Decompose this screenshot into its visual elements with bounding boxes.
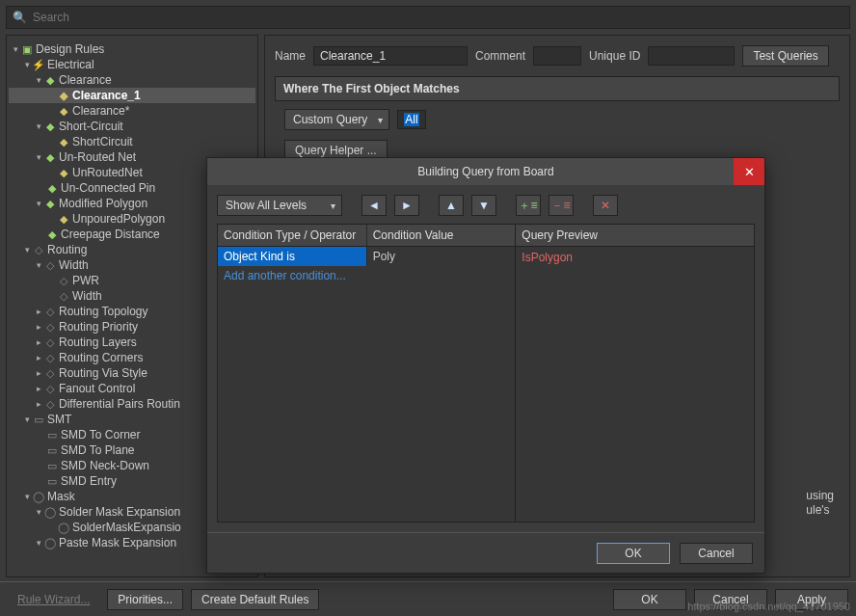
rule-icon: ◆	[43, 151, 57, 164]
watermark: https://blog.csdn.net/qq_41701950	[687, 601, 850, 612]
rule-icon: ◆	[57, 105, 70, 118]
add-condition-button[interactable]: ＋≡	[516, 195, 541, 216]
rule-icon: ◆	[57, 213, 70, 226]
delete-button[interactable]: ✕	[593, 195, 618, 216]
tree-label: Clearance_1	[72, 89, 141, 102]
tree-item[interactable]: ▾⚡Electrical	[9, 57, 255, 72]
tree-label: Modified Polygon	[59, 197, 147, 210]
dialog-cancel-button[interactable]: Cancel	[680, 543, 753, 564]
tree-label: Width	[72, 289, 102, 303]
tree-root[interactable]: ▾▣Design Rules	[9, 41, 255, 57]
tree-label: Width	[59, 258, 89, 272]
nav-back-button[interactable]: ◄	[361, 195, 387, 216]
create-defaults-button[interactable]: Create Default Rules	[191, 589, 319, 610]
col-condition-type[interactable]: Condition Type / Operator	[218, 225, 367, 247]
test-queries-button[interactable]: Test Queries	[742, 45, 828, 67]
query-builder-dialog: Building Query from Board ✕ Show All Lev…	[206, 157, 765, 574]
rule-icon: ▭	[45, 460, 59, 472]
rule-icon: ▭	[45, 429, 59, 442]
tree-label: Clearance	[59, 73, 112, 87]
levels-dropdown[interactable]: Show All Levels	[217, 195, 342, 216]
tree-label: PWR	[72, 274, 99, 287]
tree-label: Routing Corners	[59, 351, 143, 364]
tree-label: SMD To Plane	[61, 443, 134, 457]
tree-label: Solder Mask Expansion	[59, 505, 180, 519]
rule-icon: ◆	[43, 74, 57, 87]
rule-icon: ◇	[43, 398, 57, 411]
tree-label: UnpouredPolygon	[72, 212, 165, 226]
tree-item[interactable]: ▾◆Short-Circuit	[9, 119, 255, 134]
tree-label: Paste Mask Expansion	[59, 536, 176, 549]
conditions-grid[interactable]: Condition Type / Operator Condition Valu…	[217, 224, 755, 522]
dialog-ok-button[interactable]: OK	[597, 543, 670, 564]
rule-icon: ▭	[45, 444, 59, 457]
scope-dropdown[interactable]: Custom Query	[284, 109, 389, 130]
smt-icon: ▭	[32, 414, 45, 426]
move-up-button[interactable]: ▲	[439, 195, 464, 216]
condition-value-cell[interactable]: Poly	[367, 247, 516, 266]
rule-icon: ◆	[45, 182, 59, 195]
tree-label: ShortCircuit	[72, 135, 133, 148]
close-button[interactable]: ✕	[734, 158, 764, 185]
rule-icon: ◇	[43, 306, 57, 318]
search-input[interactable]	[33, 11, 843, 24]
comment-label: Comment	[475, 49, 525, 63]
dialog-titlebar[interactable]: Building Query from Board ✕	[207, 158, 764, 185]
query-preview-text: IsPolygon	[516, 247, 754, 268]
mask-icon: ◯	[32, 491, 45, 503]
name-label: Name	[275, 49, 306, 63]
tree-label: Routing Via Style	[59, 366, 147, 380]
tree-label: Fanout Control	[59, 382, 135, 395]
tree-label: Routing Topology	[59, 305, 148, 318]
tree-label: Short-Circuit	[59, 120, 123, 133]
remove-condition-button[interactable]: －≡	[548, 195, 574, 216]
tree-label: Routing Layers	[59, 335, 137, 349]
tree-item-selected[interactable]: ◆Clearance_1	[9, 88, 255, 103]
tree-label: SMT	[47, 413, 71, 426]
rule-icon: ◆	[43, 198, 57, 210]
rule-icon: ◇	[43, 336, 57, 349]
tree-item[interactable]: ◆Clearance*	[9, 103, 255, 119]
partially-hidden-text: usingule's	[806, 489, 834, 519]
comment-field[interactable]	[533, 46, 581, 66]
tree-label: SolderMaskExpansio	[72, 521, 181, 534]
dialog-title: Building Query from Board	[417, 165, 553, 178]
dropdown-label: Custom Query	[293, 113, 367, 126]
nav-forward-button[interactable]: ►	[394, 195, 419, 216]
tree-label: Mask	[47, 490, 75, 503]
folder-icon: ▣	[20, 43, 34, 56]
rule-icon: ◆	[57, 90, 70, 102]
move-down-button[interactable]: ▼	[471, 195, 496, 216]
name-field[interactable]	[313, 46, 468, 66]
rule-icon: ◆	[45, 228, 59, 241]
search-bar[interactable]: 🔍	[6, 6, 850, 29]
col-condition-value[interactable]: Condition Value	[367, 225, 516, 247]
dialog-toolbar: Show All Levels ◄ ► ▲ ▼ ＋≡ －≡ ✕	[217, 195, 755, 216]
rule-wizard-button[interactable]: Rule Wizard...	[8, 589, 99, 610]
rule-icon: ◆	[43, 121, 57, 133]
dialog-footer: OK Cancel	[207, 532, 764, 573]
condition-cell[interactable]: Object Kind is	[218, 247, 367, 266]
ok-button[interactable]: OK	[613, 589, 686, 610]
tree-label: Electrical	[47, 58, 94, 71]
tree-item[interactable]: ◆ShortCircuit	[9, 134, 255, 149]
rule-icon: ◇	[43, 321, 57, 334]
rule-icon: ◯	[43, 506, 57, 519]
rule-icon: ▭	[45, 475, 59, 488]
query-field[interactable]: All	[397, 110, 425, 129]
rule-icon: ◆	[57, 167, 70, 179]
dropdown-label: Show All Levels	[226, 199, 307, 212]
tree-label: UnRoutedNet	[72, 166, 143, 179]
add-another-link[interactable]: Add another condition...	[218, 266, 515, 285]
uid-label: Unique ID	[589, 49, 640, 63]
tree-label: Routing Priority	[59, 320, 138, 334]
tree-label: Design Rules	[36, 42, 104, 56]
search-icon: 🔍	[13, 11, 27, 24]
rule-icon: ◇	[57, 275, 70, 287]
priorities-button[interactable]: Priorities...	[107, 589, 183, 610]
tree-label: Clearance*	[72, 104, 129, 118]
tree-item[interactable]: ▾◆Clearance	[9, 72, 255, 88]
rule-icon: ◇	[43, 259, 57, 272]
uid-field[interactable]	[648, 46, 735, 66]
rule-icon: ◯	[43, 537, 57, 549]
